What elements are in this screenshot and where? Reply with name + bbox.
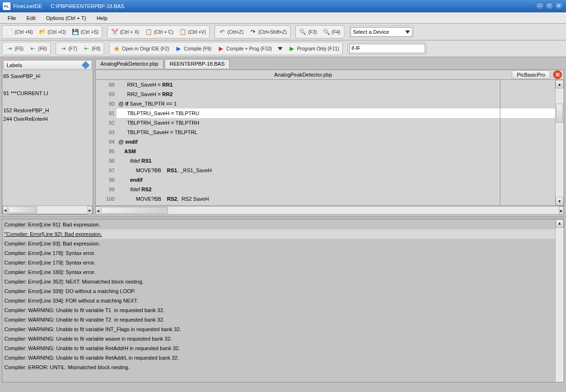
output-line[interactable]: Compiler: Error[Line 180]: Syntax error.	[4, 267, 562, 277]
code-line[interactable]: TBLPTRU_SaveH = TBLPTRU	[117, 108, 555, 118]
labels-list[interactable]: 65 SavePBP_H: 91 ***CURRENT LI 152 Resto…	[2, 71, 93, 206]
code-line[interactable]: ifdef RS2	[117, 185, 555, 194]
scroll-down-icon[interactable]: ▼	[556, 197, 564, 206]
tab-reenterpbp[interactable]: REENTERPBP-18.BAS	[165, 59, 230, 69]
output-line[interactable]: Compiler: Error[Line 91]: Bad expression…	[4, 220, 562, 229]
copy-icon: 📋	[145, 28, 152, 36]
output-line[interactable]: Compiler: ERROR: UNTIL: Mismatched block…	[4, 363, 562, 372]
code-line[interactable]: RR2_SaveH = RR2	[117, 89, 555, 99]
save-button[interactable]: 💾(Ctrl +S)	[69, 27, 101, 37]
code-editor[interactable]: 888990919293949596979899100 RR1_SaveH = …	[95, 80, 564, 206]
editor-vscroll[interactable]: ▲ ▼	[555, 80, 564, 206]
copy-button[interactable]: 📋(Ctrl + C)	[142, 27, 176, 37]
scroll-right-icon[interactable]: ►	[559, 206, 564, 215]
dropdown-icon	[405, 30, 410, 34]
maximize-button[interactable]: □	[545, 2, 554, 10]
scroll-thumb[interactable]	[556, 104, 563, 123]
menu-help[interactable]: Help	[92, 14, 112, 22]
document-title: AnalogPeakDetector.pbp	[96, 72, 511, 78]
new-file-icon: 📄	[6, 28, 13, 36]
diamond-icon	[82, 61, 90, 69]
scroll-up-icon[interactable]: ▲	[556, 80, 564, 88]
output-line[interactable]: Compiler: WARNING: Unable to fit variabl…	[4, 305, 562, 315]
output-panel[interactable]: Compiler: Error[Line 91]: Bad expression…	[2, 219, 564, 382]
labels-hscroll[interactable]: ◄ ►	[2, 206, 93, 214]
editor-tabs: AnalogPeakDetector.pbp REENTERPBP-18.BAS	[95, 59, 564, 69]
play-icon: ▶	[175, 45, 183, 52]
step-over-button[interactable]: ⇤(F6)	[27, 43, 49, 54]
code-line[interactable]: MOVE?BB RS1, _RS1_SaveH	[117, 166, 555, 175]
paste-button[interactable]: 📋(Ctrl +V)	[176, 27, 208, 37]
code-area[interactable]: RR1_SaveH = RR1 RR2_SaveH = RR2@ if Save…	[117, 80, 555, 206]
device-select-label: Select a Device	[353, 29, 389, 35]
output-line[interactable]: Compiler: Error[Line 334]: FOR without a…	[4, 296, 562, 305]
code-line[interactable]: @ if Save_TBLPTR == 1	[117, 99, 555, 108]
scroll-right-icon[interactable]: ►	[88, 206, 92, 215]
menu-file[interactable]: File	[3, 14, 21, 22]
output-line[interactable]: Compiler: Error[Line 179]: Syntax error.	[4, 258, 562, 267]
output-line[interactable]: Compiler: WARNING: Unable to fit variabl…	[4, 315, 562, 324]
undo-button[interactable]: ↶(Ctrl+Z)	[216, 27, 246, 37]
output-line[interactable]: Compiler: Error[Line 178]: Syntax error.	[4, 248, 562, 258]
close-document-button[interactable]: ✕	[553, 70, 562, 79]
code-line[interactable]: RR1_SaveH = RR1	[117, 80, 555, 89]
menu-bar: File Edit Options (Ctrl + T) Help	[0, 12, 566, 24]
compile-button[interactable]: ▶Compile (F9)	[173, 43, 214, 54]
label-item[interactable]	[3, 98, 92, 106]
code-line[interactable]: MOVE?BB RS2, RS2 SaveH	[117, 194, 555, 204]
menu-edit[interactable]: Edit	[22, 14, 40, 22]
code-line[interactable]: ifdef RS1	[117, 156, 555, 166]
code-line[interactable]: endif	[117, 175, 555, 185]
new-button[interactable]: 📄(Ctrl +N)	[3, 27, 35, 37]
output-line[interactable]: Compiler: WARNING: Unable to fit variabl…	[4, 343, 562, 353]
menu-options[interactable]: Options (Ctrl + T)	[41, 14, 91, 22]
output-line[interactable]: Compiler: WARNING: Unable to fit variabl…	[4, 324, 562, 334]
editor-hscroll[interactable]: ◄ ►	[95, 206, 564, 215]
step-into-button[interactable]: ⇥(F5)	[3, 43, 26, 54]
scroll-left-icon[interactable]: ◄	[96, 206, 100, 215]
tab-analogpeakdetector[interactable]: AnalogPeakDetector.pbp	[95, 59, 164, 69]
compile-prog-dropdown[interactable]	[275, 46, 285, 52]
output-line[interactable]: Compiler: Error[Line 339]: DO without a …	[4, 286, 562, 296]
step-over-icon: ⇤	[29, 45, 37, 52]
scroll-thumb[interactable]	[9, 206, 37, 213]
minimize-button[interactable]: ─	[536, 2, 544, 10]
program-only-button[interactable]: ▶Program Only (F11)	[286, 43, 342, 54]
toolbar-1: 📄(Ctrl +N) 📂(Ctrl +O) 💾(Ctrl +S) ✂️(Ctrl…	[0, 24, 566, 40]
scroll-up-icon[interactable]: ▲	[556, 219, 564, 228]
labels-dropdown[interactable]: Labels	[3, 60, 92, 70]
find-next-button[interactable]: 🔍(F4)	[320, 27, 342, 37]
cut-button[interactable]: ✂️(Ctrl + X)	[108, 27, 141, 37]
label-item[interactable]: 152 RestorePBP_H	[3, 106, 92, 115]
code-line[interactable]: TBLPTRH_SaveH = TBLPTRH	[117, 118, 555, 127]
scroll-left-icon[interactable]: ◄	[3, 206, 8, 215]
find-button[interactable]: 🔍(F3)	[297, 27, 319, 37]
device-select[interactable]: Select a Device	[351, 27, 412, 37]
redo-icon: ↷	[249, 28, 257, 36]
label-item[interactable]	[3, 80, 92, 89]
output-line[interactable]: "Compiler: Error[Line 92]: Bad expressio…	[4, 229, 562, 239]
code-line[interactable]: TBLPTRL_SaveH = TBLPTRL	[117, 127, 555, 137]
title-bar: FL FineLineIDE C:\PBP\REENTERPBP-18.BAS …	[0, 0, 566, 12]
snippet-input[interactable]: if-IF	[349, 44, 425, 53]
output-line[interactable]: Compiler: WARNING: Unable to fit variabl…	[4, 353, 562, 363]
label-item[interactable]: 244 OverReEnterH	[3, 115, 92, 123]
compile-prog-button[interactable]: ▶Compile + Prog (F10)	[215, 43, 274, 54]
redo-button[interactable]: ↷(Ctrl+Shift+Z)	[247, 27, 289, 37]
output-vscroll[interactable]: ▲	[555, 219, 564, 382]
outdent-button[interactable]: ⇤(F8)	[80, 43, 103, 54]
indent-button[interactable]: ⇥(F7)	[57, 43, 79, 54]
open-button[interactable]: 📂(Ctrl +O)	[36, 27, 68, 37]
undo-icon: ↶	[218, 28, 226, 36]
close-button[interactable]: ✕	[555, 2, 563, 10]
open-orig-ide-button[interactable]: ◉Open in Origi IDE (F2)	[110, 43, 171, 54]
output-line[interactable]: Compiler: Error[Line 352]: NEXT: Mismatc…	[4, 277, 562, 286]
language-badge[interactable]: PicBasicPro	[512, 70, 550, 79]
code-line[interactable]: @ endif	[117, 137, 555, 147]
label-item[interactable]: 65 SavePBP_H:	[3, 72, 92, 80]
output-line[interactable]: Compiler: WARNING: Unable to fit variabl…	[4, 334, 562, 343]
scroll-thumb[interactable]	[101, 207, 168, 214]
label-item[interactable]: 91 ***CURRENT LI	[3, 89, 92, 98]
output-line[interactable]: Compiler: Error[Line 93]: Bad expression…	[4, 239, 562, 248]
code-line[interactable]: ASM	[117, 147, 555, 156]
